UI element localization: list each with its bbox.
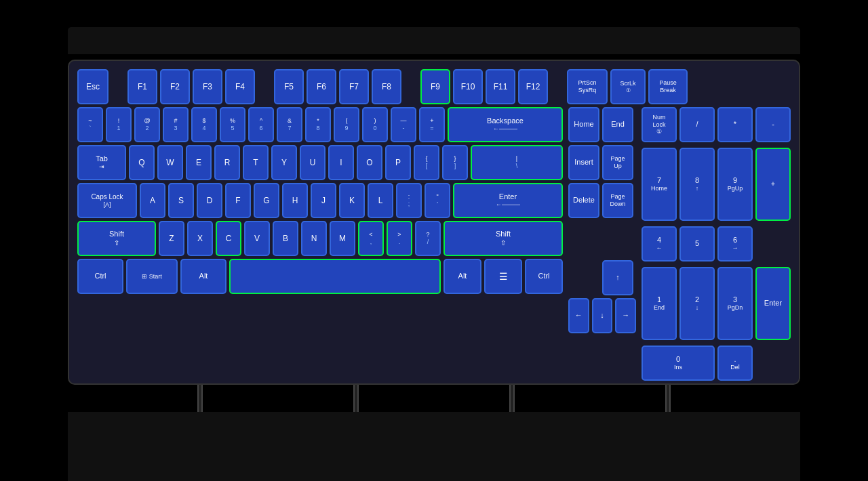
key-2[interactable]: @2 xyxy=(134,107,160,142)
key-num-slash[interactable]: / xyxy=(679,107,715,142)
key-capslock[interactable]: Caps Lock[A] xyxy=(77,183,137,218)
key-num-minus[interactable]: - xyxy=(755,107,791,142)
key-lshift[interactable]: Shift⇧ xyxy=(77,221,156,256)
key-k[interactable]: K xyxy=(339,183,365,218)
key-scrlk[interactable]: ScrLk① xyxy=(610,69,646,104)
key-4[interactable]: $4 xyxy=(191,107,217,142)
key-x[interactable]: X xyxy=(187,221,213,256)
key-w[interactable]: W xyxy=(157,145,183,180)
key-f10[interactable]: F10 xyxy=(453,69,483,104)
key-r[interactable]: R xyxy=(214,145,240,180)
key-tab[interactable]: Tab⇥ xyxy=(77,145,126,180)
key-f7[interactable]: F7 xyxy=(339,69,369,104)
key-right[interactable]: → xyxy=(615,298,636,333)
key-g[interactable]: G xyxy=(254,183,279,218)
key-f9[interactable]: F9 xyxy=(420,69,450,104)
key-num5[interactable]: 5 xyxy=(679,226,715,262)
key-num1[interactable]: 1End xyxy=(642,267,677,340)
key-pageup[interactable]: Page Up xyxy=(602,145,633,180)
key-period[interactable]: >. xyxy=(387,221,412,256)
key-f8[interactable]: F8 xyxy=(372,69,401,104)
key-backspace[interactable]: Backspace←——— xyxy=(448,107,563,142)
key-6[interactable]: ^6 xyxy=(248,107,274,142)
key-h[interactable]: H xyxy=(282,183,308,218)
key-p[interactable]: P xyxy=(385,145,411,180)
key-7[interactable]: &7 xyxy=(277,107,302,142)
key-f4[interactable]: F4 xyxy=(225,69,255,104)
key-menu[interactable]: ☰ xyxy=(484,259,522,294)
key-prtscn[interactable]: PrtScnSysRq xyxy=(567,69,608,104)
key-pause[interactable]: PauseBreak xyxy=(648,69,688,104)
key-lctrl[interactable]: Ctrl xyxy=(77,259,123,294)
key-rbracket[interactable]: }] xyxy=(442,145,468,180)
key-quote[interactable]: "' xyxy=(425,183,450,218)
key-c[interactable]: C xyxy=(216,221,241,256)
key-tilde[interactable]: ~` xyxy=(77,107,103,142)
key-space[interactable] xyxy=(229,259,441,294)
key-end[interactable]: End xyxy=(602,107,633,142)
key-comma[interactable]: <, xyxy=(358,221,384,256)
key-num3[interactable]: 3PgDn xyxy=(717,267,753,340)
key-v[interactable]: V xyxy=(244,221,270,256)
key-num7[interactable]: 7Home xyxy=(642,148,677,221)
key-lbracket[interactable]: {[ xyxy=(414,145,439,180)
key-num6[interactable]: 6→ xyxy=(717,226,753,262)
key-o[interactable]: O xyxy=(357,145,382,180)
key-t[interactable]: T xyxy=(243,145,269,180)
key-f1[interactable]: F1 xyxy=(127,69,157,104)
key-enter[interactable]: Enter←——— xyxy=(453,183,563,218)
key-up[interactable]: ↑ xyxy=(602,260,633,295)
key-f11[interactable]: F11 xyxy=(486,69,515,104)
key-rctrl[interactable]: Ctrl xyxy=(525,259,563,294)
key-f5[interactable]: F5 xyxy=(274,69,304,104)
key-pagedown[interactable]: Page Down xyxy=(602,183,633,218)
key-numlock[interactable]: Num Lock① xyxy=(642,107,677,142)
key-f6[interactable]: F6 xyxy=(307,69,336,104)
key-0[interactable]: )0 xyxy=(362,107,388,142)
key-home[interactable]: Home xyxy=(568,107,599,142)
key-num2[interactable]: 2↓ xyxy=(679,267,715,340)
key-num-star[interactable]: * xyxy=(717,107,753,142)
key-backslash[interactable]: |\ xyxy=(471,145,563,180)
key-slash[interactable]: ?/ xyxy=(415,221,441,256)
key-num-plus[interactable]: + xyxy=(755,148,791,221)
key-num-dot[interactable]: .Del xyxy=(717,346,753,381)
key-8[interactable]: *8 xyxy=(305,107,331,142)
key-z[interactable]: Z xyxy=(159,221,184,256)
key-equals[interactable]: += xyxy=(419,107,445,142)
key-ralt[interactable]: Alt xyxy=(443,259,481,294)
key-f[interactable]: F xyxy=(225,183,251,218)
key-l[interactable]: L xyxy=(368,183,393,218)
key-left[interactable]: ← xyxy=(568,298,589,333)
key-lalt[interactable]: Alt xyxy=(180,259,226,294)
key-s[interactable]: S xyxy=(168,183,194,218)
key-insert[interactable]: Insert xyxy=(568,145,599,180)
key-num-enter[interactable]: Enter xyxy=(755,267,791,340)
key-num9[interactable]: 9PgUp xyxy=(717,148,753,221)
key-5[interactable]: %5 xyxy=(220,107,245,142)
key-num4[interactable]: 4← xyxy=(642,226,677,262)
key-semicolon[interactable]: :; xyxy=(396,183,422,218)
key-a[interactable]: A xyxy=(140,183,165,218)
key-u[interactable]: U xyxy=(300,145,326,180)
key-f12[interactable]: F12 xyxy=(518,69,548,104)
key-minus[interactable]: —- xyxy=(391,107,416,142)
key-num0[interactable]: 0Ins xyxy=(642,346,715,381)
key-n[interactable]: N xyxy=(301,221,327,256)
key-d[interactable]: D xyxy=(197,183,222,218)
key-j[interactable]: J xyxy=(311,183,336,218)
key-f2[interactable]: F2 xyxy=(160,69,190,104)
key-b[interactable]: B xyxy=(273,221,298,256)
key-lwin[interactable]: ⊞ Start xyxy=(126,259,178,294)
key-q[interactable]: Q xyxy=(129,145,155,180)
key-e[interactable]: E xyxy=(186,145,212,180)
key-3[interactable]: #3 xyxy=(163,107,189,142)
key-esc[interactable]: Esc xyxy=(77,69,108,104)
key-y[interactable]: Y xyxy=(271,145,297,180)
key-9[interactable]: (9 xyxy=(334,107,359,142)
key-i[interactable]: I xyxy=(328,145,354,180)
key-f3[interactable]: F3 xyxy=(193,69,222,104)
key-num8[interactable]: 8↑ xyxy=(679,148,715,221)
key-delete[interactable]: Delete xyxy=(568,183,599,218)
key-rshift[interactable]: Shift⇧ xyxy=(443,221,563,256)
